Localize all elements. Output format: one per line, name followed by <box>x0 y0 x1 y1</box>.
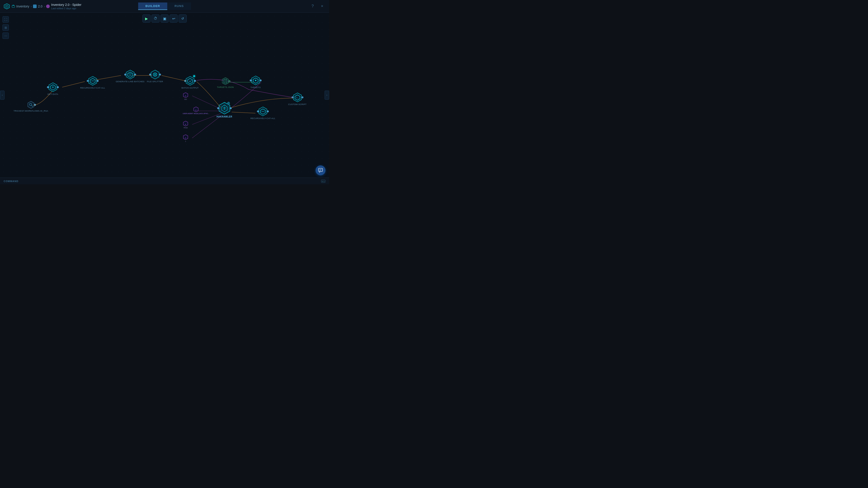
save-icon: ▣ <box>163 17 166 21</box>
svg-point-37 <box>255 80 256 81</box>
port-right <box>260 79 261 81</box>
tab-runs[interactable]: RUNS <box>167 2 191 10</box>
param-one[interactable]: P 1 <box>183 134 188 142</box>
chat-icon <box>318 168 323 173</box>
settings-badge: ⚙ <box>227 102 230 105</box>
workflow-node-icon <box>152 71 158 78</box>
status-dot <box>193 75 195 77</box>
port-left <box>184 80 186 82</box>
workflow-node-icon <box>90 78 96 84</box>
toolbar: ▶ ⏱ ▣ ↩ ↺ <box>0 13 329 24</box>
svg-rect-31 <box>224 79 227 83</box>
last-edited: Last edited 2 days ago <box>51 7 81 10</box>
statusbar-right: v2.1 <box>321 180 326 183</box>
file-icon <box>223 79 228 84</box>
port-left <box>124 74 126 75</box>
header: T Inventory › 2.0 › Inventory 2.0 - Spid… <box>0 0 329 13</box>
header-left: T Inventory › 2.0 › Inventory 2.0 - Spid… <box>4 3 81 10</box>
key-icon <box>29 103 33 107</box>
workflow-node-icon <box>260 108 266 115</box>
workflow-node-icon <box>50 84 56 90</box>
undo-button[interactable]: ↩ <box>169 14 178 23</box>
history-button[interactable]: ↺ <box>179 14 187 23</box>
run-button[interactable]: ▶ <box>143 14 151 23</box>
port-left <box>257 110 259 112</box>
port-right <box>194 80 196 82</box>
version-icon: v2.1 <box>321 180 326 183</box>
filter-icon-btn[interactable]: ⊞ <box>2 24 9 31</box>
workflow-node-icon <box>187 78 193 84</box>
inventory-icon <box>12 5 15 8</box>
node-file-splitter[interactable]: FILE-SPLITTER <box>147 70 163 83</box>
header-right: ? × <box>309 3 326 10</box>
breadcrumb-item-version[interactable]: 2.0 <box>33 4 42 8</box>
port-left <box>149 74 151 75</box>
workflow-node-icon <box>252 77 259 84</box>
node-recursively-cat-all-2[interactable]: RECURSIVELY-CAT-ALL <box>250 106 275 120</box>
port-right <box>267 110 269 112</box>
workflow-icon <box>46 4 50 8</box>
node-batch-output[interactable]: BATCH-OUTPUT <box>182 76 199 89</box>
svg-line-7 <box>31 105 33 107</box>
right-nav-arrow[interactable]: › <box>324 91 329 100</box>
folder-icon <box>33 4 37 8</box>
port-right <box>97 80 98 82</box>
node-get-data[interactable]: GET-DATA <box>48 82 58 95</box>
header-title-block: Inventory 2.0 - Spider Last edited 2 day… <box>51 3 81 10</box>
expand-icon-btn[interactable]: ⛶ <box>2 16 9 23</box>
node-generate-line-batches[interactable]: GENERATE-LINE-BATCHES <box>116 70 145 83</box>
node-targets-json[interactable]: TARGETS.JSON <box>217 77 234 88</box>
hakrawler-icon <box>221 104 228 112</box>
tab-builder[interactable]: BUILDER <box>138 2 167 10</box>
close-button[interactable]: × <box>319 3 326 10</box>
workflow-node-icon <box>127 71 133 78</box>
statusbar: COMMAND v2.1 <box>0 177 329 184</box>
port-right <box>57 86 59 88</box>
help-button[interactable]: ? <box>309 3 316 10</box>
breadcrumb: Inventory › 2.0 › Inventory 2.0 - Spider… <box>12 3 81 10</box>
svg-marker-29 <box>188 78 193 84</box>
command-label: COMMAND <box>4 180 19 183</box>
param-iso[interactable]: P ISO <box>183 92 188 100</box>
workflow-node-icon: >_ <box>294 94 301 101</box>
node-recursively-cat-all-1[interactable]: RECURSIVELY-CAT-ALL <box>80 76 105 89</box>
port-left <box>47 86 49 88</box>
port-left <box>217 107 219 109</box>
param-user-agent[interactable]: P USER-AGENT: MOZILLA/5.0 (IPHO... <box>183 106 209 114</box>
undo-icon: ↩ <box>172 17 175 21</box>
port-left <box>291 96 293 98</box>
history-icon: ↺ <box>181 17 184 20</box>
logo-icon: T <box>4 3 10 9</box>
svg-rect-58 <box>318 168 322 171</box>
port-right <box>302 96 303 98</box>
svg-text:T: T <box>6 5 7 7</box>
breadcrumb-item-workflow[interactable]: Inventory 2.0 - Spider Last edited 2 day… <box>46 3 81 10</box>
port-right <box>134 74 136 75</box>
svg-marker-19 <box>128 72 133 77</box>
run-icon: ▶ <box>145 17 148 21</box>
chat-bubble[interactable] <box>315 165 326 175</box>
save-button[interactable]: ▣ <box>160 14 168 23</box>
port-right <box>228 80 230 82</box>
schedule-icon: ⏱ <box>154 17 157 21</box>
param-true[interactable]: P TRUE <box>183 121 188 129</box>
svg-text:v2.1: v2.1 <box>322 181 324 182</box>
left-nav-arrow[interactable]: ‹ <box>0 91 4 100</box>
port-right <box>230 107 232 109</box>
port-left <box>250 79 252 81</box>
canvas: ‹ › <box>0 13 329 177</box>
node-hakrawler[interactable]: ⚙ HAKRAWLER <box>217 102 232 118</box>
svg-text:>_: >_ <box>296 96 299 99</box>
schedule-button[interactable]: ⏱ <box>151 14 160 23</box>
header-tabs: BUILDER RUNS <box>138 2 191 10</box>
node-targets[interactable]: TARGETS <box>250 75 260 89</box>
port-left <box>87 80 89 82</box>
node-custom-script[interactable]: >_ CUSTOM-SCRIPT <box>288 92 307 105</box>
node-trickest-workflows[interactable]: TRICKEST.WORKFLOWS.ID_RSA <box>13 101 49 112</box>
grid-icon-btn[interactable]: ⋯ <box>2 33 9 39</box>
breadcrumb-item-inventory[interactable]: Inventory <box>12 4 29 8</box>
port-right <box>34 104 36 106</box>
port-right <box>159 74 161 75</box>
